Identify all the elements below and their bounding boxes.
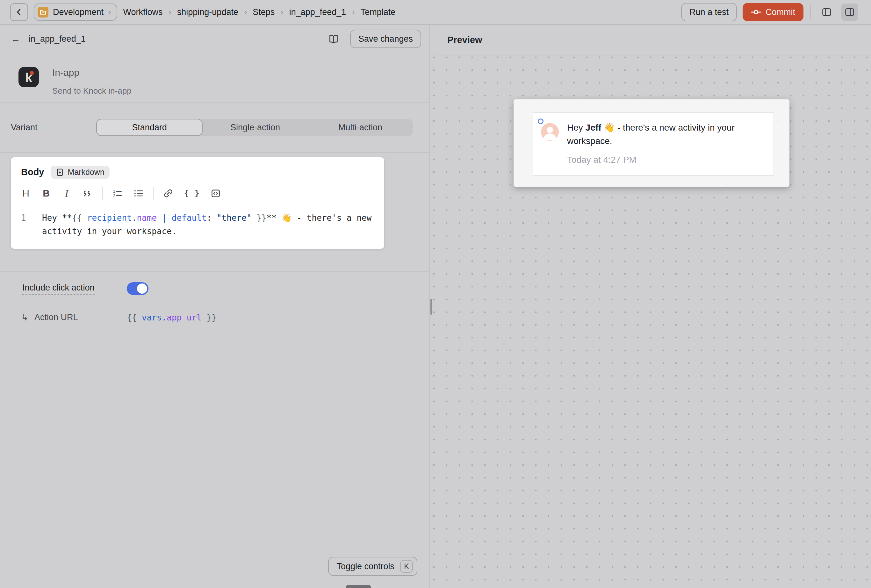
notification-card[interactable]: Hey Jeff 👋 - there's a new activity in y… xyxy=(533,112,774,176)
variant-option-single-action[interactable]: Single-action xyxy=(203,119,308,136)
toggle-right-panel-button[interactable] xyxy=(841,3,858,21)
knock-logo-dot xyxy=(30,71,34,75)
toggle-controls-label: Toggle controls xyxy=(337,561,394,572)
nested-arrow-icon: ↳ xyxy=(21,312,34,323)
workspace-label: Development xyxy=(53,7,103,17)
toolbar-divider xyxy=(102,187,103,200)
notification-timestamp: Today at 4:27 PM xyxy=(567,155,766,165)
preview-canvas: Hey Jeff 👋 - there's a new activity in y… xyxy=(433,55,871,588)
notification-message: Hey Jeff 👋 - there's a new activity in y… xyxy=(567,121,766,148)
run-a-test-button[interactable]: Run a test xyxy=(681,3,737,21)
click-action-section: Include click action ↳ Action URL {{ var… xyxy=(0,272,430,323)
knock-channel-logo: k xyxy=(18,67,39,87)
feed-popover: Hey Jeff 👋 - there's a new activity in y… xyxy=(513,99,789,187)
unread-indicator xyxy=(538,118,543,124)
top-bar: Development › Workflows › shipping-updat… xyxy=(0,0,871,25)
environment-folder-icon xyxy=(37,7,48,18)
body-code-editor[interactable]: 1 Hey **{{ recipient.name | default: "th… xyxy=(21,211,374,238)
channel-title: In-app xyxy=(52,67,132,78)
breadcrumb-workflow-key[interactable]: shipping-update xyxy=(177,7,238,17)
heading-button[interactable]: H xyxy=(21,188,31,199)
top-bar-actions: Run a test Commit xyxy=(681,3,858,21)
markdown-file-icon xyxy=(56,168,64,177)
panel-left-icon xyxy=(822,7,832,17)
toolbar-divider xyxy=(810,5,811,19)
line-number: 1 xyxy=(21,211,34,238)
commit-button[interactable]: Commit xyxy=(742,3,804,21)
include-click-action-label: Include click action xyxy=(22,283,94,295)
panel-resize-splitter[interactable] xyxy=(430,25,433,588)
body-section: Body Markdown H B I xyxy=(0,153,430,272)
breadcrumb-step-key[interactable]: in_app_feed_1 xyxy=(289,7,346,17)
variant-section: Variant Standard Single-action Multi-act… xyxy=(0,103,430,153)
keyboard-shortcut-badge: K xyxy=(400,560,413,573)
ordered-list-icon: 1 2 xyxy=(112,188,122,199)
workspace-switcher[interactable]: Development › xyxy=(34,3,117,21)
ordered-list-button[interactable]: 1 2 xyxy=(112,188,122,199)
variant-option-standard[interactable]: Standard xyxy=(96,119,203,136)
breadcrumb: Workflows › shipping-update › Steps › in… xyxy=(123,7,395,17)
chevron-right-icon: › xyxy=(108,7,111,17)
svg-text:2: 2 xyxy=(113,193,115,198)
blockquote-button[interactable] xyxy=(82,188,93,199)
toggle-knob xyxy=(137,283,147,294)
channel-info: k In-app Send to Knock in-app xyxy=(0,53,430,103)
editor-header: ← in_app_feed_1 Save changes xyxy=(0,25,430,53)
body-label: Body xyxy=(21,167,44,177)
back-arrow-icon[interactable]: ← xyxy=(11,33,20,44)
avatar xyxy=(541,123,559,141)
formatting-toolbar: H B I xyxy=(21,187,374,200)
code-block-button[interactable] xyxy=(211,188,221,199)
bullet-list-icon xyxy=(133,188,144,199)
variable-button[interactable]: { } xyxy=(184,188,200,199)
channel-subtitle: Send to Knock in-app xyxy=(52,86,132,96)
back-button[interactable] xyxy=(10,3,28,21)
code-block-icon xyxy=(211,188,221,199)
panel-right-icon xyxy=(844,7,855,17)
bottom-peek-pill xyxy=(346,585,371,588)
variant-segmented-control: Standard Single-action Multi-action xyxy=(96,119,413,136)
preview-title: Preview xyxy=(447,35,482,45)
action-url-value[interactable]: {{ vars.app_url }} xyxy=(127,313,217,322)
link-button[interactable] xyxy=(163,188,173,199)
breadcrumb-steps[interactable]: Steps xyxy=(253,7,275,17)
git-commit-icon xyxy=(751,7,761,17)
recipient-name: Jeff xyxy=(585,123,602,133)
include-click-action-toggle[interactable] xyxy=(127,282,148,295)
commit-label: Commit xyxy=(766,7,795,17)
body-editor-card: Body Markdown H B I xyxy=(11,157,384,249)
breadcrumb-workflows[interactable]: Workflows xyxy=(123,7,163,17)
chevron-right-icon: › xyxy=(352,7,355,17)
body-template-text[interactable]: Hey **{{ recipient.name | default: "ther… xyxy=(42,211,374,238)
save-changes-button[interactable]: Save changes xyxy=(350,30,421,48)
template-editor-panel: ← in_app_feed_1 Save changes k In-app Se… xyxy=(0,25,430,588)
variant-label: Variant xyxy=(11,123,96,133)
format-badge-label: Markdown xyxy=(68,168,105,177)
message-prefix: Hey xyxy=(567,123,585,133)
quote-icon xyxy=(82,188,93,199)
italic-button[interactable]: I xyxy=(62,188,71,199)
preview-header: Preview xyxy=(433,25,871,55)
bullet-list-button[interactable] xyxy=(133,188,144,199)
chevron-right-icon: › xyxy=(168,7,171,17)
toggle-left-panel-button[interactable] xyxy=(818,3,835,21)
resize-handle[interactable] xyxy=(430,299,432,315)
toggle-controls-button[interactable]: Toggle controls K xyxy=(328,557,418,576)
variant-option-multi-action[interactable]: Multi-action xyxy=(308,119,413,136)
preview-panel: Preview Hey Jeff 👋 - ther xyxy=(433,25,871,588)
bold-button[interactable]: B xyxy=(42,188,51,199)
main-split: ← in_app_feed_1 Save changes k In-app Se… xyxy=(0,25,871,588)
book-icon xyxy=(328,33,339,44)
docs-button[interactable] xyxy=(325,31,342,47)
action-url-label: Action URL xyxy=(34,313,78,322)
toolbar-divider xyxy=(153,187,154,200)
chevron-left-icon xyxy=(14,7,24,17)
step-title: in_app_feed_1 xyxy=(29,34,86,44)
chevron-right-icon: › xyxy=(244,7,247,17)
link-icon xyxy=(163,188,173,199)
person-icon xyxy=(541,123,559,141)
breadcrumb-template[interactable]: Template xyxy=(361,7,396,17)
format-badge[interactable]: Markdown xyxy=(51,166,109,179)
chevron-right-icon: › xyxy=(280,7,283,17)
